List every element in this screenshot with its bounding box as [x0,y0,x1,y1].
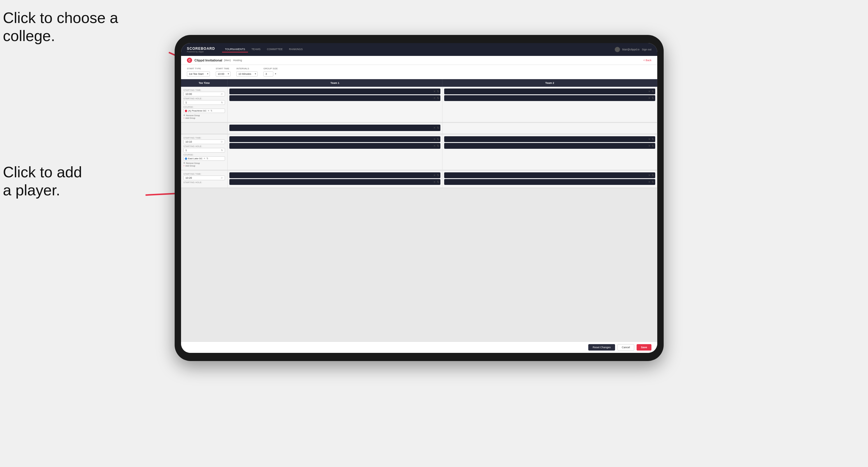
course-badge-1[interactable]: (A) Peachtree GC ✕ ⇅ [183,108,225,113]
annotation-choose-college: Click to choose a college. [3,9,118,45]
starting-time-input-2[interactable]: 10:10 ⏱ [183,139,225,144]
avatar [615,47,620,52]
course-x-icon[interactable]: ✕ [433,126,436,129]
sign-out-link[interactable]: Sign out [642,48,651,51]
player-arrows-icon[interactable]: ⇅ [652,174,654,177]
nav-brand: SCOREBOARD Powered by clippd [187,46,215,53]
remove-group-1[interactable]: ⊖ Remove Group [183,114,225,117]
player-x-icon[interactable]: ✕ [433,138,436,141]
player-slot-2-2[interactable]: ✕ ⇅ [444,95,655,101]
intervals-select-wrapper[interactable]: 10 Minutes [236,71,258,76]
col-team2: Team 2 [442,79,657,87]
starting-hole-input-1[interactable]: 1 ⇅ [183,100,225,105]
player-slot-1-2[interactable]: ✕ ⇅ [229,95,440,101]
starting-hole-input-2[interactable]: 1 ⇅ [183,148,225,153]
player-arrows-icon[interactable]: ⇅ [652,181,654,183]
col-team1: Team 1 [228,79,442,87]
start-type-select[interactable]: 1st Tee Start [187,71,210,76]
player-x-icon[interactable]: ✕ [433,90,436,93]
hosting-label: Hosting [233,59,242,62]
course-label-2: COURSE: [183,154,225,156]
player-slot-4-2[interactable]: ✕ ⇅ [444,143,655,149]
clock-icon-1: ⏱ [221,93,223,95]
player-x-icon[interactable]: ✕ [433,174,436,177]
group-1-left: STARTING TIME: 10:00 ⏱ STARTING HOLE: 1 … [181,87,228,122]
group-size-group: Group Size 3 [264,67,278,76]
clock-icon-3: ⏱ [221,177,223,179]
course-arrows-icon[interactable]: ⇅ [437,126,439,129]
course-label-1: COURSE: [183,106,225,108]
player-x-icon[interactable]: ✕ [433,97,436,100]
player-slot-5-2[interactable]: ✕ ⇅ [229,179,440,185]
player-arrows-icon[interactable]: ⇅ [437,97,439,100]
player-arrows-icon[interactable]: ⇅ [652,145,654,147]
start-type-select-wrapper[interactable]: 1st Tee Start [187,71,210,76]
nav-link-committee[interactable]: COMMITTEE [264,46,285,53]
action-bar: Reset Changes Cancel Save [181,342,657,353]
start-time-label: Start Time [216,67,230,70]
player-x-icon[interactable]: ✕ [433,145,436,147]
start-type-label: Start Type [187,67,210,70]
player-arrows-icon[interactable]: ⇅ [652,97,654,100]
remove-group-2[interactable]: ⊖ Remove Group [183,162,225,164]
course-arrows-1[interactable]: ⇅ [211,110,213,112]
player-slot-2-1[interactable]: ✕ ⇅ [444,89,655,94]
player-slot-6-2[interactable]: ✕ ⇅ [444,179,655,185]
group-row-course-1: ✕ ⇅ [181,123,657,134]
user-email: blair@clippd.io [622,48,640,51]
nav-link-teams[interactable]: TEAMS [249,46,264,53]
player-arrows-icon[interactable]: ⇅ [437,181,439,183]
nav-link-rankings[interactable]: RANKINGS [286,46,306,53]
brand-title: SCOREBOARD [187,46,215,51]
player-x-icon[interactable]: ✕ [648,145,651,147]
team2-course-1 [442,123,657,134]
player-arrows-icon[interactable]: ⇅ [437,138,439,141]
intervals-select[interactable]: 10 Minutes [236,71,258,76]
starting-time-input-3[interactable]: 10:20 ⏱ [183,176,225,180]
team2-cell-1: ✕ ⇅ ✕ ⇅ [442,87,657,122]
player-slot-3-1[interactable]: ✕ ⇅ [229,136,440,142]
group-size-select-wrapper[interactable]: 3 [264,71,278,76]
add-group-2[interactable]: + Add Group [183,165,225,167]
player-arrows-icon[interactable]: ⇅ [652,90,654,93]
course-badge-2[interactable]: East Lake GC ✕ ⇅ [183,156,225,161]
player-slot-4-1[interactable]: ✕ ⇅ [444,136,655,142]
hole-arrows-1: ⇅ [221,101,223,104]
player-x-icon[interactable]: ✕ [433,181,436,183]
player-arrows-icon[interactable]: ⇅ [437,145,439,147]
player-arrows-icon[interactable]: ⇅ [437,90,439,93]
player-slot-1-1[interactable]: ✕ ⇅ [229,89,440,94]
course-slot-1-1[interactable]: ✕ ⇅ [229,125,440,131]
course-remove-2[interactable]: ✕ [204,157,206,160]
player-x-icon[interactable]: ✕ [648,90,651,93]
clock-icon-2: ⏱ [221,141,223,143]
course-remove-1[interactable]: ✕ [208,110,210,112]
starting-time-input-1[interactable]: 10:00 ⏱ [183,92,225,96]
back-button[interactable]: < Back [643,59,651,62]
player-slot-3-2[interactable]: ✕ ⇅ [229,143,440,149]
start-time-select-wrapper[interactable]: 10:00 [216,71,230,76]
team2-cell-3: ✕ ⇅ ✕ ⇅ [442,170,657,187]
player-arrows-icon[interactable]: ⇅ [652,138,654,141]
nav-link-tournaments[interactable]: TOURNAMENTS [222,46,248,53]
save-button[interactable]: Save [637,344,651,350]
reset-button[interactable]: Reset Changes [588,344,615,350]
player-slot-6-1[interactable]: ✕ ⇅ [444,173,655,178]
team1-cell-2: ✕ ⇅ ✕ ⇅ [228,134,442,170]
player-x-icon[interactable]: ✕ [648,181,651,183]
group-size-label: Group Size [264,67,278,70]
player-x-icon[interactable]: ✕ [648,138,651,141]
add-group-1[interactable]: + Add Group [183,117,225,119]
player-x-icon[interactable]: ✕ [648,97,651,100]
course-arrows-2[interactable]: ⇅ [206,157,209,160]
group-size-select[interactable]: 3 [264,71,273,76]
player-slot-5-1[interactable]: ✕ ⇅ [229,173,440,178]
nav-bar: SCOREBOARD Powered by clippd TOURNAMENTS… [181,43,657,56]
tablet-screen: SCOREBOARD Powered by clippd TOURNAMENTS… [181,43,657,353]
cancel-button[interactable]: Cancel [617,344,634,350]
group-row-2: STARTING TIME: 10:10 ⏱ STARTING HOLE: 1 … [181,134,657,170]
player-x-icon[interactable]: ✕ [648,174,651,177]
player-arrows-icon[interactable]: ⇅ [437,174,439,177]
tournament-badge: (Men) [224,59,231,62]
start-time-select[interactable]: 10:00 [216,71,230,76]
